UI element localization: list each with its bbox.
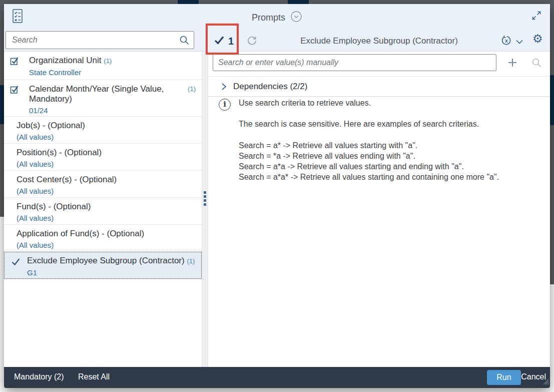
background-app-tab xyxy=(288,0,309,4)
background-app-right-fragment xyxy=(550,75,554,125)
prompt-item-jobs[interactable]: Job(s) - (Optional) (All values) xyxy=(4,117,202,144)
check-icon xyxy=(11,257,21,268)
prompt-item-title: Fund(s) - (Optional) xyxy=(17,202,196,212)
prompt-item-value: (All values) xyxy=(17,241,196,249)
dependencies-section[interactable]: Dependencies (2/2) xyxy=(208,77,550,97)
reset-values-icon[interactable]: x xyxy=(500,35,512,49)
prompt-item-value: (All values) xyxy=(17,160,196,168)
annotation-red-box xyxy=(206,24,239,55)
prompt-title: Exclude Employee Subgroup (Contractor) xyxy=(208,36,550,46)
value-search-input[interactable] xyxy=(213,54,496,71)
svg-text:x: x xyxy=(505,38,508,44)
splitter-grip-icon[interactable] xyxy=(204,191,206,206)
prompt-item-calendar-month-year[interactable]: (1) Calendar Month/Year (Single Value, M… xyxy=(4,80,202,117)
prompt-item-cost-centers[interactable]: Cost Center(s) - (Optional) (All values) xyxy=(4,171,202,198)
prompt-item-positions[interactable]: Position(s) - (Optional) (All values) xyxy=(4,144,202,171)
prompt-item-value: (All values) xyxy=(17,214,196,222)
prompt-item-value: 01/24 xyxy=(29,106,196,115)
value-count-badge: (1) xyxy=(188,85,196,93)
info-example: Search = *a -> Retrieve all values endin… xyxy=(239,151,549,161)
dialog-title: Prompts xyxy=(252,13,285,23)
prompt-item-value: G1 xyxy=(27,268,196,277)
value-count-badge: (1) xyxy=(187,257,195,265)
info-icon: i xyxy=(219,99,231,111)
dialog-title-row: Prompts xyxy=(4,4,550,28)
gear-icon[interactable]: ⚙ xyxy=(532,32,543,46)
background-app-top-strip xyxy=(0,0,554,4)
checkbox-checked-icon xyxy=(10,56,20,68)
prompt-item-application-of-funds[interactable]: Application of Fund(s) - (Optional) (All… xyxy=(4,225,202,252)
prompt-item-title: Position(s) - (Optional) xyxy=(17,148,196,158)
info-example: Search = a*a -> Retrieve all values star… xyxy=(239,161,549,172)
prompt-item-value: State Controller xyxy=(29,68,196,77)
search-info-block: i Use search criteria to retrieve values… xyxy=(219,98,549,182)
prompt-item-title: Organizational Unit (1) xyxy=(29,56,196,66)
background-app-tab xyxy=(178,0,199,4)
search-values-icon[interactable] xyxy=(531,58,542,70)
chevron-down-icon[interactable] xyxy=(515,38,523,47)
prompt-item-title: Cost Center(s) - (Optional) xyxy=(17,175,196,185)
chevron-right-icon[interactable] xyxy=(220,83,227,93)
prompts-dropdown-icon[interactable] xyxy=(290,11,302,25)
run-button[interactable]: Run xyxy=(487,370,521,385)
resize-grip-icon[interactable] xyxy=(543,378,549,387)
dialog-footer: Mandatory (2) Reset All Run Cancel xyxy=(4,367,550,388)
prompt-item-organizational-unit[interactable]: Organizational Unit (1) State Controller xyxy=(4,52,202,80)
prompt-item-value: (All values) xyxy=(17,187,196,195)
prompt-item-title: Exclude Employee Subgroup (Contractor) (… xyxy=(27,256,196,266)
prompt-list: Organizational Unit (1) State Controller… xyxy=(4,52,202,279)
cancel-button[interactable]: Cancel xyxy=(521,372,546,381)
reset-all-button[interactable]: Reset All xyxy=(78,372,110,381)
checkbox-checked-icon xyxy=(10,85,20,96)
background-app-right-strip xyxy=(550,4,554,284)
info-line-1: Use search criteria to retrieve values. xyxy=(239,98,549,108)
background-app-left-fragment xyxy=(0,85,4,124)
prompt-item-title: Calendar Month/Year (Single Value, Manda… xyxy=(29,84,179,104)
search-input[interactable] xyxy=(6,31,194,49)
prompt-item-funds[interactable]: Fund(s) - (Optional) (All values) xyxy=(4,198,202,225)
add-value-icon[interactable] xyxy=(506,57,518,71)
info-example: Search = a*a* -> Retrieve all values sta… xyxy=(239,172,549,182)
prompts-dialog: Prompts 1 E xyxy=(4,4,550,388)
panel-splitter[interactable] xyxy=(202,52,208,367)
prompt-item-title: Job(s) - (Optional) xyxy=(17,121,196,131)
info-line-2: The search is case sensitive. Here are e… xyxy=(239,119,549,129)
expand-fullscreen-icon[interactable] xyxy=(531,10,542,23)
value-count-badge: (1) xyxy=(104,57,112,65)
dependencies-label: Dependencies (2/2) xyxy=(233,82,307,92)
prompt-item-value: (All values) xyxy=(17,133,196,141)
prompt-item-exclude-employee-subgroup[interactable]: Exclude Employee Subgroup (Contractor) (… xyxy=(4,252,202,279)
prompt-item-title: Application of Fund(s) - (Optional) xyxy=(17,229,196,239)
search-icon[interactable] xyxy=(179,35,190,48)
info-example: Search = a* -> Retrieve all values start… xyxy=(239,140,549,151)
mandatory-filter-button[interactable]: Mandatory (2) xyxy=(14,372,64,381)
